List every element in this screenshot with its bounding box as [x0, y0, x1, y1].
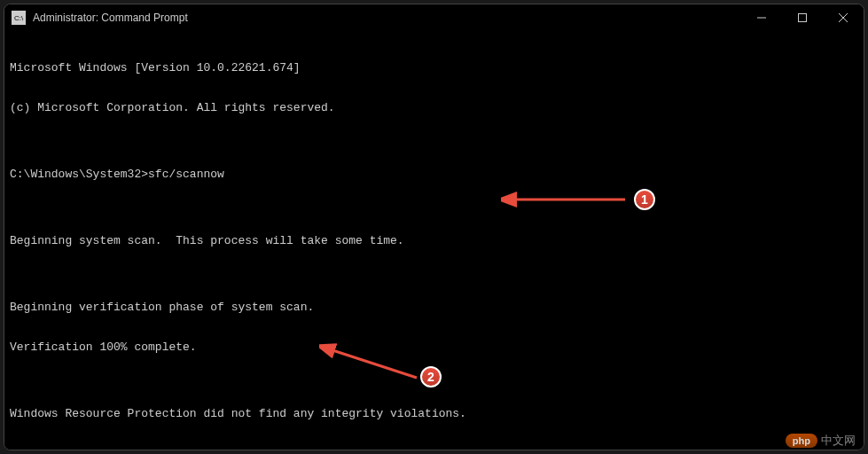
window-controls	[741, 4, 864, 31]
watermark-pill: php	[786, 434, 817, 448]
arrow-icon	[501, 189, 634, 210]
output-line: (c) Microsoft Corporation. All rights re…	[10, 101, 858, 114]
command-prompt-window: C:\ Administrator: Command Prompt Micros…	[4, 4, 864, 450]
output-line: Microsoft Windows [Version 10.0.22621.67…	[10, 61, 858, 74]
titlebar[interactable]: C:\ Administrator: Command Prompt	[4, 4, 864, 31]
output-line: Beginning system scan. This process will…	[10, 234, 858, 247]
annotation-1: 1	[501, 189, 655, 210]
window-title: Administrator: Command Prompt	[33, 12, 741, 24]
output-line: Verification 100% complete.	[10, 340, 858, 354]
svg-rect-1	[799, 14, 807, 22]
close-button[interactable]	[823, 4, 864, 31]
maximize-button[interactable]	[782, 4, 823, 31]
watermark: php 中文网	[786, 433, 856, 449]
svg-line-5	[330, 349, 417, 378]
terminal-content[interactable]: Microsoft Windows [Version 10.0.22621.67…	[4, 31, 864, 450]
cmd-icon: C:\	[12, 11, 26, 25]
watermark-text: 中文网	[821, 433, 856, 449]
badge-1: 1	[634, 189, 655, 210]
output-line: Windows Resource Protection did not find…	[10, 407, 858, 420]
minimize-button[interactable]	[741, 4, 782, 31]
prompt-line: C:\Windows\System32>sfc/scannow	[10, 168, 858, 181]
output-line: Beginning verification phase of system s…	[10, 301, 858, 314]
badge-2: 2	[420, 366, 442, 387]
